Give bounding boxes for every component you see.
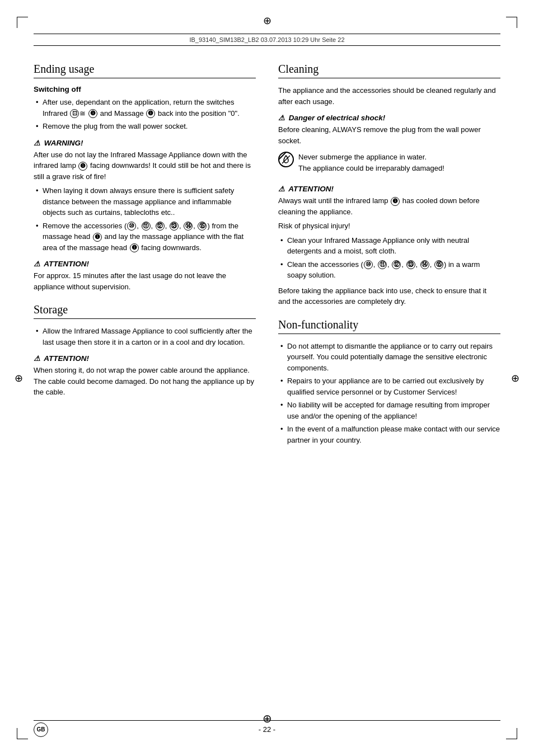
warning-label: WARNING! [44,139,83,147]
list-item: In the event of a malfunction please mak… [278,424,500,445]
warning-triangle-icon: ⚠ [34,139,40,147]
attention1-title: ⚠ ATTENTION! [34,260,256,268]
header-bar: IB_93140_SIM13B2_LB2 03.07.2013 10:29 Uh… [34,34,500,46]
storage-attention-triangle-icon: ⚠ [34,354,40,363]
storage-list: Allow the Infrared Massage Appliance to … [34,326,256,348]
cleaning-attention-label: ATTENTION! [288,185,334,193]
no-submerge-block: Never submerge the appliance in water. T… [278,152,444,173]
head-icon2: ❶ [130,243,139,252]
corner-mark-tl [17,17,28,28]
cleaning-attention-body2: Risk of physical injury! [278,220,500,232]
c-acc-10: ⑩ [364,260,373,269]
acc-11: ⑪ [142,222,151,231]
knob-icon-1: ❶ [88,109,97,118]
cleaning-attention-body: Always wait until the infrared lamp ❶ ha… [278,195,500,217]
list-item: No liability will be accepted for damage… [278,400,500,421]
list-item: Remove the accessories (⑩, ⑪, ⑫, ⑬, ⑭, ⑮… [34,220,256,253]
non-functionality-list: Do not attempt to dismantle the applianc… [278,341,500,446]
list-item: Clean your Infrared Massage Appliance on… [278,235,500,257]
danger-body: Before cleaning, ALWAYS remove the plug … [278,124,500,146]
warning-title: ⚠ WARNING! [34,139,256,147]
attention1-label: ATTENTION! [44,260,89,268]
cleaning-attention-title: ⚠ ATTENTION! [278,185,500,193]
corner-mark-br [506,728,517,739]
list-item: Remove the plug from the wall power sock… [34,121,256,132]
knob-icon-2: ❶ [146,109,155,118]
c-acc-14: ⑭ [420,260,429,269]
attention1-body: For approx. 15 minutes after the last us… [34,270,256,292]
svg-line-0 [282,156,290,163]
danger-label: Danger of electrical shock! [289,114,386,122]
footer: GB - 22 - [34,720,500,734]
list-item: When laying it down always ensure there … [34,185,256,218]
storage-title: Storage [34,303,256,319]
switching-off-list: After use, dependant on the application,… [34,97,256,132]
c-acc-13: ⑬ [406,260,415,269]
main-content: Ending usage Switching off After use, de… [34,63,500,450]
corner-mark-bl [17,728,28,739]
non-functionality-title: Non-functionality [278,318,500,334]
ending-usage-title: Ending usage [34,63,256,78]
cleaning-attention-triangle-icon: ⚠ [278,185,285,193]
danger-title: ⚠ Danger of electrical shock! [278,114,500,122]
no-submerge-line1: Never submerge the appliance in water. [298,153,427,161]
cleaning-closing: Before taking the appliance back into us… [278,285,500,307]
left-column: Ending usage Switching off After use, de… [34,63,256,450]
crosshair-top-icon: ⊕ [263,15,271,27]
warning-body: After use do not lay the Infrared Massag… [34,149,256,182]
no-submerge-line2: The appliance could be irreparably damag… [298,164,444,172]
c-acc-11: ⑪ [378,260,387,269]
storage-attention-title: ⚠ ATTENTION! [34,354,256,363]
page-number: - 22 - [259,725,275,734]
gb-badge: GB [34,722,48,737]
cleaning-title: Cleaning [278,63,500,78]
right-column: Cleaning The appliance and the accessori… [278,63,500,450]
list-item: After use, dependant on the application,… [34,97,256,119]
storage-attention-body: When storing it, do not wrap the power c… [34,365,256,398]
cleaning-intro: The appliance and the accessories should… [278,85,500,107]
lamp-icon-clean: ❶ [391,197,400,206]
list-item: Do not attempt to dismantle the applianc… [278,341,500,374]
list-item: Allow the Infrared Massage Appliance to … [34,326,256,348]
acc-14: ⑭ [184,222,193,231]
switch-infrared-icon: ⊡ [70,109,79,118]
switching-off-subtitle: Switching off [34,85,256,93]
attention1-triangle-icon: ⚠ [34,260,40,268]
c-acc-15: ⑮ [434,260,443,269]
no-submerge-icon [278,152,294,167]
acc-10: ⑩ [127,222,136,231]
warning-bullets-list: When laying it down always ensure there … [34,185,256,253]
storage-attention-label: ATTENTION! [44,354,89,363]
crosshair-right-icon: ⊕ [511,372,519,384]
acc-12: ⑫ [156,222,165,231]
danger-triangle-icon: ⚠ [278,114,285,122]
acc-15: ⑮ [198,222,207,231]
head-icon: ❶ [93,233,102,242]
list-item: Clean the accessories (⑩, ⑪, ⑫, ⑬, ⑭, ⑮)… [278,259,500,281]
cleaning-bullets-list: Clean your Infrared Massage Appliance on… [278,235,500,281]
acc-13: ⑬ [170,222,179,231]
page: ⊕ ⊕ ⊕ IB_93140_SIM13B2_LB2 03.07.2013 10… [0,0,534,756]
lamp-icon: ❶ [78,162,87,171]
no-submerge-text: Never submerge the appliance in water. T… [298,152,444,173]
crosshair-left-icon: ⊕ [15,372,23,384]
c-acc-12: ⑫ [392,260,401,269]
header-text: IB_93140_SIM13B2_LB2 03.07.2013 10:29 Uh… [189,36,344,43]
corner-mark-tr [506,17,517,28]
list-item: Repairs to your appliance are to be carr… [278,375,500,397]
